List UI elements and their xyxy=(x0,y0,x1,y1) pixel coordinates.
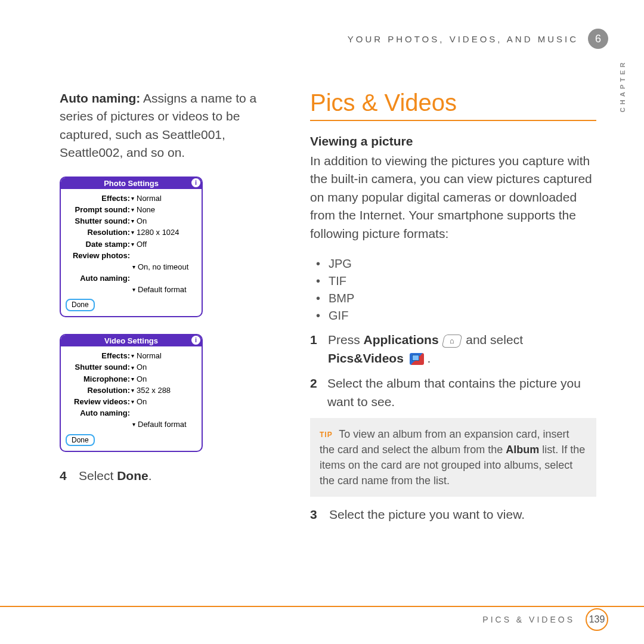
format-item: JPG xyxy=(316,257,596,271)
chapter-side-label: CHAPTER xyxy=(619,60,626,112)
settings-value: 352 x 288 xyxy=(130,385,171,396)
settings-label: Prompt sound: xyxy=(66,205,130,215)
page-number: 139 xyxy=(586,608,608,631)
intro-paragraph: In addition to viewing the pictures you … xyxy=(310,152,596,243)
settings-row: Effects:Normal xyxy=(66,351,197,361)
settings-value: On, no timeout xyxy=(66,262,197,273)
step-4: 4 Select Done. xyxy=(60,469,280,483)
chapter-number-badge: 6 xyxy=(588,29,608,49)
settings-label: Auto naming: xyxy=(66,273,130,284)
settings-label: Review videos: xyxy=(66,397,130,407)
settings-label: Effects: xyxy=(66,193,130,204)
done-button[interactable]: Done xyxy=(66,299,95,311)
settings-row: Auto naming: xyxy=(66,273,197,284)
settings-label: Microphone: xyxy=(66,374,130,385)
auto-naming-paragraph: Auto naming: Assigns a name to a series … xyxy=(60,89,280,162)
subheading: Viewing a picture xyxy=(310,134,596,148)
video-settings-title: Video Settings i xyxy=(61,335,202,346)
settings-label: Resolution: xyxy=(66,227,130,238)
settings-label: Resolution: xyxy=(66,385,130,396)
step-number: 3 xyxy=(310,507,321,522)
settings-value: Normal xyxy=(130,351,162,361)
video-settings-window: Video Settings i Effects:NormalShutter s… xyxy=(60,334,203,452)
settings-value: On xyxy=(130,397,147,407)
settings-row: Review photos: xyxy=(66,250,197,261)
home-icon: ⌂ xyxy=(442,335,463,348)
settings-row: Effects:Normal xyxy=(66,193,197,204)
settings-value: None xyxy=(130,205,155,215)
settings-row: Microphone:On xyxy=(66,374,197,385)
settings-value: 1280 x 1024 xyxy=(130,227,179,238)
info-icon: i xyxy=(191,178,200,187)
step-number: 2 xyxy=(310,374,319,411)
section-title: Pics & Videos xyxy=(310,89,596,121)
settings-value: Off xyxy=(130,239,147,250)
settings-row: Date stamp:Off xyxy=(66,239,197,250)
settings-label: Shutter sound: xyxy=(66,216,130,227)
settings-value: On xyxy=(130,374,147,385)
tip-label: TIP xyxy=(320,431,333,439)
settings-row: Review videos:On xyxy=(66,397,197,407)
auto-naming-label: Auto naming: xyxy=(60,91,140,105)
settings-label: Review photos: xyxy=(66,250,130,261)
info-icon: i xyxy=(191,336,200,345)
settings-label: Date stamp: xyxy=(66,239,130,250)
tip-box: TIP To view an album from an expansion c… xyxy=(310,418,596,497)
settings-row: Resolution:1280 x 1024 xyxy=(66,227,197,238)
left-column: Auto naming: Assigns a name to a series … xyxy=(60,89,280,522)
settings-value: Default format xyxy=(66,284,197,295)
settings-value: Default format xyxy=(66,419,197,430)
formats-list: JPGTIFBMPGIF xyxy=(316,257,596,323)
done-button[interactable]: Done xyxy=(66,434,95,447)
step-1: 1 Press Applications ⌂ and select Pics&V… xyxy=(310,331,596,367)
step-number: 1 xyxy=(310,331,320,367)
step-number: 4 xyxy=(60,469,70,483)
settings-value: On xyxy=(130,362,147,373)
settings-value: Normal xyxy=(130,193,162,204)
footer-section: PICS & VIDEOS xyxy=(482,615,575,624)
format-item: GIF xyxy=(316,309,596,323)
settings-row: Resolution:352 x 288 xyxy=(66,385,197,396)
pics-videos-icon xyxy=(410,353,424,365)
settings-value: On xyxy=(130,216,147,227)
settings-row: Prompt sound:None xyxy=(66,205,197,215)
header-section-text: YOUR PHOTOS, VIDEOS, AND MUSIC xyxy=(348,34,578,44)
page-header: YOUR PHOTOS, VIDEOS, AND MUSIC 6 xyxy=(348,29,608,49)
page-footer: PICS & VIDEOS 139 xyxy=(482,608,608,631)
format-item: TIF xyxy=(316,274,596,288)
right-column: Pics & Videos Viewing a picture In addit… xyxy=(310,89,596,522)
footer-rule xyxy=(0,606,644,607)
photo-settings-title: Photo Settings i xyxy=(61,178,202,189)
settings-row: Shutter sound:On xyxy=(66,216,197,227)
format-item: BMP xyxy=(316,292,596,305)
step-2: 2 Select the album that contains the pic… xyxy=(310,374,596,411)
photo-settings-window: Photo Settings i Effects:NormalPrompt so… xyxy=(60,177,203,317)
settings-label: Effects: xyxy=(66,351,130,361)
settings-label: Auto naming: xyxy=(66,408,130,419)
settings-label: Shutter sound: xyxy=(66,362,130,373)
step-3: 3 Select the picture you want to view. xyxy=(310,507,596,522)
settings-row: Shutter sound:On xyxy=(66,362,197,373)
settings-row: Auto naming: xyxy=(66,408,197,419)
